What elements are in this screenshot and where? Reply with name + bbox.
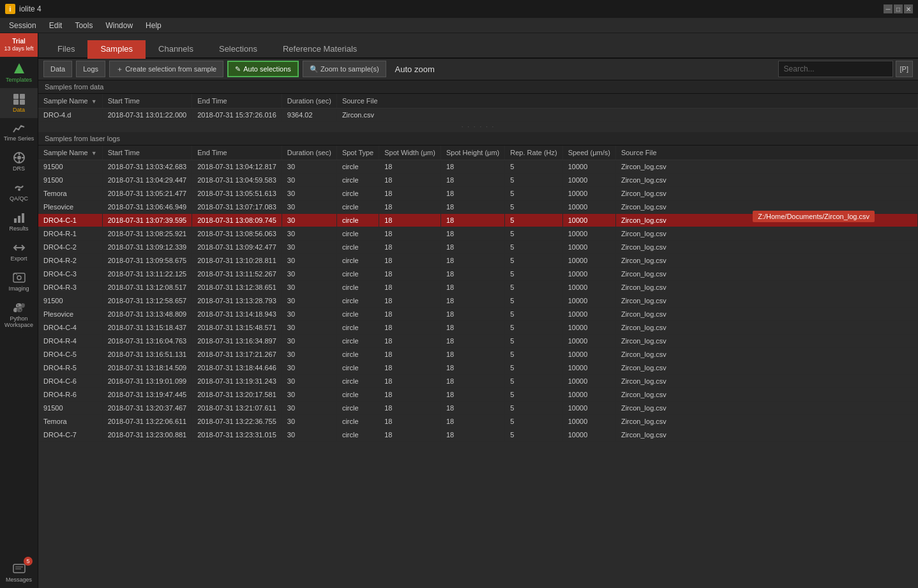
tab-reference[interactable]: Reference Materials [270,40,370,59]
maximize-button[interactable]: □ [894,4,903,13]
col-spot-h[interactable]: Spot Height (μm) [440,146,504,160]
table-cell: 30 [282,414,336,428]
col-sample-name-top[interactable]: Sample Name ▼ [38,94,102,109]
table-cell: 5 [505,173,562,186]
table-cell: 10000 [562,414,615,428]
table-row[interactable]: 915002018-07-31 13:03:42.6832018-07-31 1… [38,160,918,173]
table-row[interactable]: DRO4-R-12018-07-31 13:08:25.9212018-07-3… [38,227,918,240]
col-spot-type[interactable]: Spot Type [336,146,379,160]
data-button[interactable]: Data [43,61,72,77]
col-source-bot[interactable]: Source File [615,146,917,160]
table-cell: Zircon_log.csv [615,347,917,361]
col-start-bot[interactable]: Start Time [102,146,192,160]
table-cell: 18 [440,320,504,334]
sidebar-item-python[interactable]: PythonWorkspace [0,297,38,335]
results-icon [13,212,26,223]
col-duration-bot[interactable]: Duration (sec) [282,146,336,160]
svg-point-17 [17,276,21,280]
col-sample-name-bot[interactable]: Sample Name ▼ [38,146,102,160]
bottom-table-container[interactable]: Sample Name ▼ Start Time End Time Durati… [38,146,918,589]
sidebar-item-data[interactable]: Data [0,88,38,118]
menu-tools[interactable]: Tools [68,20,99,31]
svg-rect-3 [13,100,19,105]
table-cell: 10000 [562,401,615,414]
search-input[interactable] [778,61,893,77]
table-cell: 18 [440,361,504,374]
auto-selections-button[interactable]: ✎ Auto selections [227,61,299,77]
col-end-time-top[interactable]: End Time [192,94,282,109]
tab-bar: Files Samples Channels Selections Refere… [38,33,918,59]
table-cell: 2018-07-31 13:06:46.949 [102,200,192,213]
col-end-bot[interactable]: End Time [192,146,282,160]
table-row[interactable]: 915002018-07-31 13:12:58.6572018-07-31 1… [38,294,918,307]
table-cell: 2018-07-31 13:08:09.745 [192,213,282,227]
table-cell: 30 [282,347,336,361]
sidebar-item-imaging[interactable]: Imaging [0,267,38,297]
table-cell: circle [336,160,379,173]
col-source-top[interactable]: Source File [336,94,917,109]
table-cell: 18 [379,240,441,253]
sidebar-item-qa[interactable]: QA/QC [0,177,38,207]
table-row[interactable]: DRO4-R-52018-07-31 13:18:14.5092018-07-3… [38,361,918,374]
table-cell: circle [336,334,379,347]
sidebar-item-results[interactable]: Results [0,207,38,237]
sidebar-item-messages[interactable]: 5 Messages [0,558,38,588]
menu-edit[interactable]: Edit [43,20,69,31]
col-duration-top[interactable]: Duration (sec) [282,94,336,109]
drs-icon [13,152,25,163]
sidebar-item-export[interactable]: Export [0,237,38,267]
table-row[interactable]: DRO4-C-22018-07-31 13:09:12.3392018-07-3… [38,240,918,253]
table-row[interactable]: DRO4-C-72018-07-31 13:23:00.8812018-07-3… [38,428,918,441]
sidebar-item-timeseries[interactable]: Time Series [0,118,38,147]
table-row[interactable]: Plesovice2018-07-31 13:13:48.8092018-07-… [38,307,918,320]
col-speed[interactable]: Speed (μm/s) [562,146,615,160]
content-area: Files Samples Channels Selections Refere… [38,33,918,588]
table-cell: DRO4-R-2 [38,253,102,267]
table-cell: 2018-07-31 13:19:01.099 [102,374,192,388]
table-cell: 5 [505,240,562,253]
minimize-button[interactable]: ─ [884,4,892,13]
bottom-data-table: Sample Name ▼ Start Time End Time Durati… [38,146,918,442]
menu-help[interactable]: Help [139,20,168,31]
table-row[interactable]: Temora2018-07-31 13:22:06.6112018-07-31 … [38,414,918,428]
table-cell: 10000 [562,388,615,401]
col-spot-w[interactable]: Spot Width (μm) [379,146,441,160]
table-cell: 30 [282,307,336,320]
table-cell: 2018-07-31 13:15:18.437 [102,320,192,334]
table-cell: DRO4-R-5 [38,361,102,374]
table-row[interactable]: DRO4-R-32018-07-31 13:12:08.5172018-07-3… [38,280,918,294]
menu-session[interactable]: Session [3,20,43,31]
table-row[interactable]: DRO4-C-52018-07-31 13:16:51.1312018-07-3… [38,347,918,361]
search-mode-button[interactable]: [P] [896,61,913,77]
tab-files[interactable]: Files [45,40,87,59]
table-row[interactable]: DRO4-C-42018-07-31 13:15:18.4372018-07-3… [38,320,918,334]
table-row[interactable]: 915002018-07-31 13:04:29.4472018-07-31 1… [38,173,918,186]
close-button[interactable]: ✕ [904,4,913,13]
table-row[interactable]: DRO4-R-42018-07-31 13:16:04.7632018-07-3… [38,334,918,347]
cell-end: 2018-07-31 15:37:26.016 [192,108,282,121]
logs-button[interactable]: Logs [76,61,105,77]
table-cell: 10000 [562,200,615,213]
table-row[interactable]: 915002018-07-31 13:20:37.4672018-07-31 1… [38,401,918,414]
tab-samples[interactable]: Samples [87,40,146,59]
sidebar-item-drs[interactable]: DRS [0,147,38,177]
table-row[interactable]: DRO4-C-32018-07-31 13:11:22.1252018-07-3… [38,267,918,280]
table-row[interactable]: Temora2018-07-31 13:05:21.4772018-07-31 … [38,186,918,200]
tab-selections[interactable]: Selections [206,40,270,59]
table-row[interactable]: DRO4-R-62018-07-31 13:19:47.4452018-07-3… [38,388,918,401]
qa-icon [13,182,26,193]
sidebar-item-templates[interactable]: Templates [0,57,38,88]
zoom-button[interactable]: 🔍 Zoom to sample(s) [303,61,386,77]
source-tooltip: Z:/Home/Documents/Zircon_log.csv [753,211,875,222]
table-row[interactable]: DRO-4.d 2018-07-31 13:01:22.000 2018-07-… [38,108,918,121]
table-row[interactable]: DRO4-C-62018-07-31 13:19:01.0992018-07-3… [38,374,918,388]
col-start-time-top[interactable]: Start Time [102,94,192,109]
table-row[interactable]: DRO4-R-22018-07-31 13:09:58.6752018-07-3… [38,253,918,267]
tab-channels[interactable]: Channels [146,40,206,59]
menu-window[interactable]: Window [99,20,139,31]
col-rep-rate[interactable]: Rep. Rate (Hz) [505,146,562,160]
table-cell: DRO4-R-6 [38,388,102,401]
table-cell: DRO4-C-1 [38,213,102,227]
table-cell: 2018-07-31 13:13:28.793 [192,294,282,307]
create-selection-button[interactable]: ＋ Create selection from sample [109,61,223,77]
